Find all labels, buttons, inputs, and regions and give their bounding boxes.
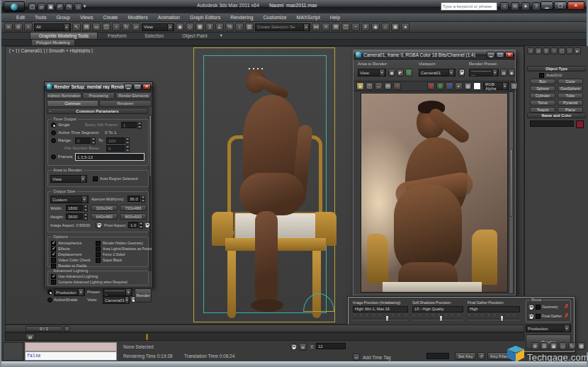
set-key-button[interactable]: Set Key bbox=[455, 352, 476, 360]
menu-bar-item[interactable]: Rendering bbox=[225, 15, 258, 20]
create-panel-icon[interactable]: ＋ bbox=[527, 47, 534, 55]
redo-icon[interactable]: ↷ bbox=[65, 3, 73, 11]
rfw-layers-icon[interactable]: ▥ bbox=[510, 82, 518, 90]
single-radio[interactable] bbox=[51, 123, 56, 128]
auto-region-checkbox[interactable] bbox=[93, 176, 98, 181]
next-frame-icon[interactable]: › bbox=[64, 326, 70, 332]
object-type-buttons-item[interactable]: Cylinder bbox=[530, 93, 555, 98]
force-2-sided-checkbox[interactable] bbox=[96, 252, 101, 257]
save-file-icon[interactable]: ▣ bbox=[47, 3, 55, 11]
qat-caret-icon[interactable]: ▾ bbox=[82, 3, 87, 11]
current-frame-field[interactable] bbox=[426, 353, 449, 359]
add-time-tag[interactable]: Add Time Tag bbox=[363, 355, 391, 360]
graphite-toggle-icon[interactable]: ◫ bbox=[341, 23, 350, 31]
rendered-frame-window-icon[interactable]: ▣ bbox=[391, 23, 400, 31]
more-panel-icon[interactable]: ▸ bbox=[574, 47, 581, 55]
use-advanced-lighting-checkbox[interactable] bbox=[51, 274, 56, 279]
reuse-geometry-lock-icon[interactable] bbox=[528, 304, 533, 310]
range-radio[interactable] bbox=[51, 138, 56, 143]
named-selection-set-dropdown[interactable]: Create Selection Se▼ bbox=[255, 23, 310, 31]
dialog-minimize-button[interactable]: ▁ bbox=[124, 84, 132, 90]
material-editor-icon[interactable]: ◉ bbox=[371, 23, 380, 31]
preset-800x600-button[interactable]: 800x600 bbox=[120, 213, 147, 220]
menu-bar-item[interactable]: MAXScript bbox=[292, 15, 325, 20]
compute-advanced-lighting-checkbox[interactable] bbox=[51, 280, 56, 285]
object-type-buttons-item[interactable]: GeoSphere bbox=[558, 86, 583, 91]
tab-render-elements[interactable]: Render Elements bbox=[115, 92, 152, 99]
autogrid-checkbox[interactable] bbox=[539, 73, 544, 78]
application-button[interactable] bbox=[4, 1, 25, 12]
menu-bar-item[interactable]: Help bbox=[325, 15, 345, 20]
blue-channel-icon[interactable] bbox=[446, 82, 453, 90]
mini-listener-gutter[interactable] bbox=[3, 342, 23, 361]
keyboard-override-icon[interactable]: ▦ bbox=[196, 23, 204, 31]
help-icon[interactable]: ? bbox=[532, 2, 541, 11]
atmospherics-checkbox[interactable] bbox=[51, 241, 56, 246]
range-to-spinner[interactable]: ▲▼ bbox=[125, 137, 130, 144]
render-button[interactable]: Render bbox=[135, 288, 152, 303]
search-icon[interactable]: ○ bbox=[500, 2, 509, 11]
select-and-rotate-icon[interactable]: ↻ bbox=[122, 23, 130, 31]
tab-selection[interactable]: Selection bbox=[136, 33, 172, 39]
bind-to-space-warp-icon[interactable]: ≈ bbox=[24, 23, 33, 31]
preset-720x486-button[interactable]: 720x486 bbox=[120, 205, 147, 211]
named-selection-sets-icon[interactable]: ▧ bbox=[245, 23, 254, 31]
open-file-icon[interactable]: ▱ bbox=[38, 3, 45, 11]
select-object-icon[interactable]: ↖ bbox=[72, 23, 81, 31]
reuse-fg-lock-icon[interactable] bbox=[528, 313, 533, 320]
hierarchy-panel-icon[interactable]: ≡ bbox=[543, 47, 550, 55]
maxscript-mini-listener-output[interactable]: false bbox=[25, 351, 117, 361]
selection-lock-icon[interactable] bbox=[290, 344, 296, 350]
render-to-fields-checkbox[interactable] bbox=[51, 264, 56, 269]
menu-bar-item[interactable]: Animation bbox=[153, 15, 185, 20]
preset-640x480-button[interactable]: 640x480 bbox=[91, 213, 118, 220]
object-type-buttons-item[interactable]: Pyramid bbox=[558, 100, 583, 106]
render-setup-titlebar[interactable]: Render Setup: mental ray Renderer ▁▢✕ bbox=[45, 82, 152, 91]
time-tag-icon[interactable]: ▭ bbox=[353, 354, 360, 361]
monochrome-icon[interactable]: ◐ bbox=[455, 82, 463, 90]
menu-bar-item[interactable]: Modifiers bbox=[123, 15, 152, 20]
nth-frame-field[interactable]: 1 bbox=[121, 122, 137, 128]
production-mode-dropdown[interactable]: Production▼ bbox=[54, 288, 85, 296]
zoom-extents-icon[interactable]: ▣ bbox=[550, 342, 558, 350]
image-aspect-lock-icon[interactable] bbox=[96, 222, 101, 228]
clear-image-icon[interactable]: ✕ bbox=[393, 82, 401, 90]
absolute-mode-icon[interactable]: ⊞ bbox=[299, 343, 307, 351]
time-slider-frame-display[interactable]: 0 / 1 bbox=[26, 326, 62, 332]
pixel-aspect-lock-icon[interactable] bbox=[144, 222, 149, 228]
object-type-buttons-item[interactable]: Tube bbox=[558, 93, 583, 98]
pixel-aspect-spinner[interactable]: ▲▼ bbox=[139, 222, 143, 228]
rfw-viewport-lock-icon[interactable] bbox=[458, 69, 465, 77]
rectangular-selection-region-icon[interactable]: ▭ bbox=[92, 23, 101, 31]
rfw-edit-region-icon[interactable]: ▣ bbox=[388, 69, 395, 77]
curve-editor-icon[interactable]: ~ bbox=[351, 23, 360, 31]
object-type-buttons-item[interactable]: Sphere bbox=[530, 86, 555, 91]
close-button[interactable]: ✕ bbox=[567, 1, 584, 10]
set-key-mode-icon[interactable]: ↺ bbox=[477, 352, 485, 360]
menu-bar-item[interactable]: Create bbox=[98, 15, 123, 20]
activeshade-radio[interactable] bbox=[47, 298, 52, 303]
undo-icon[interactable]: ↶ bbox=[56, 3, 64, 11]
height-spinner[interactable]: ▲▼ bbox=[84, 213, 88, 220]
rfw-render-icon[interactable]: ☼ bbox=[405, 69, 412, 77]
tab-processing[interactable]: Processing bbox=[82, 92, 115, 99]
percent-snap-icon[interactable]: % bbox=[225, 23, 234, 31]
spinner-snap-icon[interactable]: ↕ bbox=[235, 23, 244, 31]
common-parameters-rollout[interactable]: -Common Parameters bbox=[47, 108, 148, 114]
reference-coordinate-dropdown[interactable]: View▼ bbox=[142, 23, 174, 31]
aperture-spinner[interactable]: ▲▼ bbox=[141, 196, 145, 202]
clear-color-swatch[interactable] bbox=[473, 82, 481, 90]
final-gather-slider[interactable] bbox=[468, 315, 520, 322]
render-production-icon[interactable]: ● bbox=[401, 23, 409, 31]
rfw-preset-dropdown[interactable]: -----------------▼ bbox=[469, 69, 499, 77]
width-field[interactable]: 1800 bbox=[66, 205, 83, 211]
motion-panel-icon[interactable]: ○ bbox=[550, 47, 558, 55]
x-coordinate-field[interactable]: 12 bbox=[316, 343, 346, 349]
preset-320x240-button[interactable]: 320x240 bbox=[91, 205, 118, 211]
utilities-panel-icon[interactable]: ☼ bbox=[566, 47, 573, 55]
range-from-spinner[interactable]: ▲▼ bbox=[91, 137, 96, 144]
soft-shadows-slider[interactable] bbox=[412, 315, 463, 322]
time-slider[interactable]: 0 / 1 › bbox=[5, 324, 524, 332]
production-radio[interactable] bbox=[47, 290, 52, 295]
select-and-manipulate-icon[interactable]: ◇ bbox=[186, 23, 194, 31]
